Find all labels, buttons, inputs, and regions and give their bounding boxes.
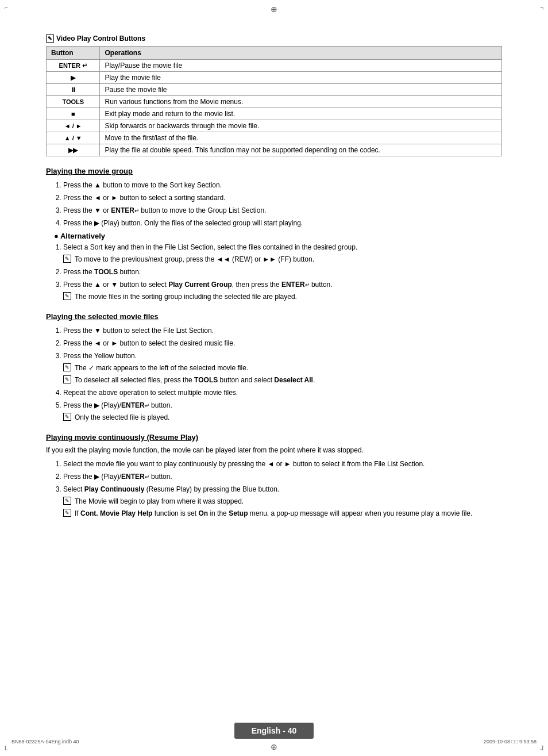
note-icon-small: ✎ — [63, 497, 71, 505]
note-icon-small: ✎ — [63, 509, 71, 517]
table-row: ▶Play the movie file — [47, 72, 502, 84]
table-cell-button: ⏸ — [47, 84, 100, 96]
list-item: Press the Yellow button.✎The ✓ mark appe… — [63, 351, 502, 385]
table-cell-operation: Move to the first/last of the file. — [100, 132, 502, 144]
bullet-dot: ● Alternatively — [54, 232, 502, 240]
table-cell-button: ◄ / ► — [47, 120, 100, 132]
list-item: Repeat the above operation to select mul… — [63, 387, 502, 398]
list-item: Press the TOOLS button. — [63, 267, 502, 277]
table-cell-operation: Exit play mode and return to the movie l… — [100, 108, 502, 120]
section-resume-play: Playing movie continuously (Resume Play)… — [46, 433, 502, 519]
table-cell-operation: Pause the movie file — [100, 84, 502, 96]
crosshair-top: ⊕ — [271, 5, 277, 14]
list-item: Select Play Continuously (Resume Play) b… — [63, 484, 502, 519]
note-icon-small: ✎ — [63, 255, 71, 263]
table-cell-button: ▶ — [47, 72, 100, 84]
footer-left: BN68-02325A-04Eng.indb 40 — [11, 739, 79, 745]
table-cell-button: TOOLS — [47, 96, 100, 108]
corner-mark-bl: L — [5, 745, 8, 751]
table-cell-button: ENTER ↵ — [47, 60, 100, 72]
note-line: ✎The ✓ mark appears to the left of the s… — [63, 363, 502, 373]
section3-steps: Select the movie file you want to play c… — [63, 459, 502, 519]
corner-mark-br: J — [541, 745, 543, 751]
note-icon-table: ✎ — [46, 34, 54, 43]
video-control-table: Button Operations ENTER ↵Play/Pause the … — [46, 46, 502, 156]
list-item: Select a Sort key and then in the File L… — [63, 242, 502, 264]
alternatively-section: ● Alternatively Select a Sort key and th… — [46, 232, 502, 302]
footer: English - 40 — [0, 723, 548, 739]
section-playing-movie-group: Playing the movie group Press the ▲ butt… — [46, 167, 502, 302]
list-item: Press the ▼ button to select the File Li… — [63, 325, 502, 336]
corner-mark-tl: ⌐ — [5, 5, 8, 11]
table-cell-button: ■ — [47, 108, 100, 120]
section3-title: Playing movie continuously (Resume Play) — [46, 433, 502, 442]
section2-steps: Press the ▼ button to select the File Li… — [63, 325, 502, 423]
table-cell-button: ▲ / ▼ — [47, 132, 100, 144]
note-icon-small: ✎ — [63, 375, 71, 383]
section-selected-movie: Playing the selected movie files Press t… — [46, 312, 502, 423]
table-row: ▲ / ▼Move to the first/last of the file. — [47, 132, 502, 144]
note-icon-small: ✎ — [63, 363, 71, 371]
section1-steps: Press the ▲ button to move to the Sort k… — [63, 180, 502, 228]
crosshair-bottom: ⊕ — [271, 742, 277, 751]
note-line: ✎Only the selected file is played. — [63, 412, 502, 423]
list-item: Press the ▲ button to move to the Sort k… — [63, 180, 502, 190]
table-col-operations: Operations — [100, 47, 502, 60]
list-item: Press the ◄ or ► button to select a sort… — [63, 193, 502, 203]
note-icon-small: ✎ — [63, 413, 71, 421]
section1-title: Playing the movie group — [46, 167, 502, 175]
note-line: ✎To deselect all selected files, press t… — [63, 375, 502, 385]
alt-steps: Select a Sort key and then in the File L… — [63, 242, 502, 302]
table-row: TOOLSRun various functions from the Movi… — [47, 96, 502, 108]
note-icon-small: ✎ — [63, 292, 71, 300]
table-cell-operation: Play/Pause the movie file — [100, 60, 502, 72]
list-item: Press the ▲ or ▼ button to select Play C… — [63, 279, 502, 302]
corner-mark-tr: ¬ — [540, 5, 543, 11]
table-cell-button: ▶▶ — [47, 144, 100, 156]
note-line: ✎To move to the previous/next group, pre… — [63, 254, 502, 264]
table-row: ⏸Pause the movie file — [47, 84, 502, 96]
table-cell-operation: Play the movie file — [100, 72, 502, 84]
table-section: ✎ Video Play Control Buttons Button Oper… — [46, 34, 502, 156]
list-item: Press the ▶ (Play) button. Only the file… — [63, 218, 502, 228]
footer-right: 2009-10-08 □□ 9:53:58 — [484, 739, 537, 745]
note-line: ✎If Cont. Movie Play Help function is se… — [63, 508, 502, 519]
table-row: ◄ / ►Skip forwards or backwards through … — [47, 120, 502, 132]
footer-label: English - 40 — [234, 723, 314, 739]
list-item: Press the ▶ (Play)/ENTER↵ button.✎Only t… — [63, 400, 502, 423]
list-item: Press the ◄ or ► button to select the de… — [63, 338, 502, 348]
section2-title: Playing the selected movie files — [46, 312, 502, 321]
note-line: ✎The movie files in the sorting group in… — [63, 291, 502, 302]
list-item: Press the ▶ (Play)/ENTER↵ button. — [63, 471, 502, 482]
table-title: ✎ Video Play Control Buttons — [46, 34, 502, 43]
table-cell-operation: Skip forwards or backwards through the m… — [100, 120, 502, 132]
list-item: Select the movie file you want to play c… — [63, 459, 502, 469]
table-row: ■Exit play mode and return to the movie … — [47, 108, 502, 120]
table-cell-operation: Run various functions from the Movie men… — [100, 96, 502, 108]
list-item: Press the ▼ or ENTER↵ button to move to … — [63, 205, 502, 216]
table-row: ▶▶Play the file at double speed. This fu… — [47, 144, 502, 156]
table-row: ENTER ↵Play/Pause the movie file — [47, 60, 502, 72]
table-col-button: Button — [47, 47, 100, 60]
page: ⌐ ¬ ⊕ ✎ Video Play Control Buttons Butto… — [0, 0, 548, 756]
table-cell-operation: Play the file at double speed. This func… — [100, 144, 502, 156]
section3-intro: If you exit the playing movie function, … — [46, 446, 502, 454]
note-line: ✎The Movie will begin to play from where… — [63, 496, 502, 506]
